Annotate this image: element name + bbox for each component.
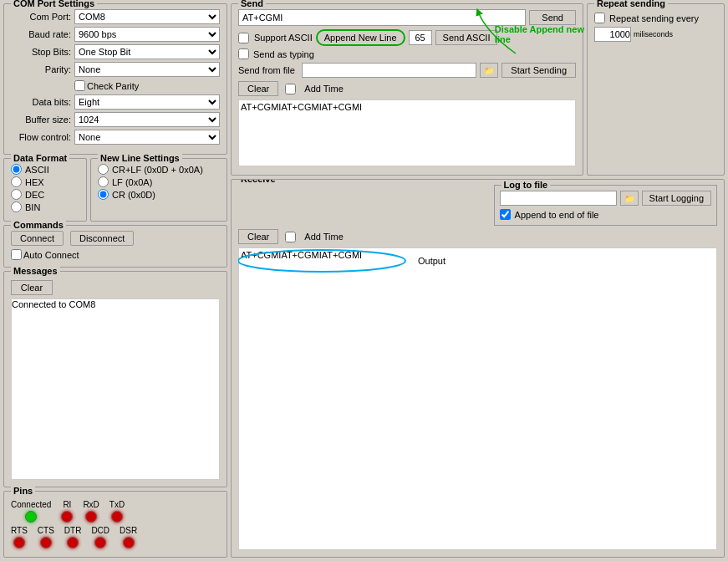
parity-select[interactable]: None	[74, 62, 220, 77]
receive-add-time-label: Add Time	[304, 232, 343, 242]
log-file-input[interactable]	[500, 191, 617, 206]
append-new-line-button[interactable]: Append New Line	[316, 29, 405, 46]
send-input[interactable]	[238, 9, 526, 26]
pin-txd-led	[111, 511, 123, 523]
send-file-input[interactable]	[302, 63, 476, 78]
pin-rts: RTS	[11, 526, 28, 548]
pin-cts: CTS	[38, 526, 54, 548]
send-title: Send	[238, 0, 266, 8]
send-add-time-label: Add Time	[304, 84, 343, 94]
data-format-group: Data Format ASCII HEX DEC BIN	[3, 158, 87, 222]
lf-radio[interactable]	[98, 176, 109, 187]
send-button[interactable]: Send	[529, 10, 576, 25]
newline-title: New Line Settings	[98, 153, 182, 163]
pin-dtr-led	[67, 537, 79, 548]
connect-button[interactable]: Connect	[11, 231, 64, 246]
pin-txd: TxD	[109, 500, 125, 523]
send-ascii-button[interactable]: Send ASCII	[435, 30, 498, 45]
com-port-label: Com Port:	[11, 12, 71, 22]
lf-label: LF (0x0A)	[112, 177, 152, 187]
data-bits-label: Data bits:	[11, 97, 71, 107]
newline-group: New Line Settings CR+LF (0x0D + 0x0A) LF…	[90, 158, 227, 222]
pin-dcd-led	[94, 537, 106, 548]
append-to-file-label: Append to end of file	[515, 210, 599, 220]
receive-textarea[interactable]: AT+CGMIAT+CGMIAT+CGMI	[238, 247, 717, 550]
buffer-size-select[interactable]: 1024	[74, 112, 220, 127]
buffer-size-label: Buffer size:	[11, 115, 71, 125]
pins-title: Pins	[11, 486, 35, 496]
crlf-label: CR+LF (0x0D + 0x0A)	[112, 165, 203, 175]
pin-rxd-led	[85, 511, 97, 523]
check-parity-label: Check Parity	[87, 81, 139, 91]
pin-cts-led	[40, 537, 52, 548]
messages-title: Messages	[11, 266, 60, 276]
hex-label: HEX	[25, 177, 44, 187]
log-file-browse-button[interactable]: 📁	[620, 191, 639, 206]
cr-label: CR (0x0D)	[112, 190, 155, 200]
size-input[interactable]	[409, 30, 432, 45]
messages-clear-button[interactable]: Clear	[11, 280, 53, 295]
dec-label: DEC	[25, 190, 44, 200]
auto-connect-label: Auto Connect	[23, 250, 79, 260]
stop-bits-select[interactable]: One Stop Bit	[74, 44, 220, 59]
support-ascii-checkbox[interactable]	[238, 33, 249, 43]
start-sending-button[interactable]: Start Sending	[501, 63, 576, 78]
ascii-radio[interactable]	[11, 164, 22, 175]
hex-radio[interactable]	[11, 176, 22, 187]
auto-connect-checkbox[interactable]	[11, 249, 22, 260]
support-ascii-label: Support ASCII	[254, 33, 313, 43]
repeat-sending-group: Repeat sending Repeat sending every mili…	[587, 3, 725, 176]
crlf-radio[interactable]	[98, 164, 109, 175]
send-add-time-checkbox[interactable]	[285, 84, 296, 94]
receive-title: Receive	[238, 179, 278, 184]
pin-dtr: DTR	[64, 526, 82, 548]
flow-control-select[interactable]: None	[74, 130, 220, 145]
parity-label: Parity:	[11, 64, 71, 74]
pin-ri-led	[61, 511, 73, 523]
flow-control-label: Flow control:	[11, 132, 71, 142]
disconnect-button[interactable]: Disconnect	[70, 231, 134, 246]
com-port-select[interactable]: COM8	[74, 9, 220, 24]
pin-dsr: DSR	[120, 526, 137, 548]
receive-add-time-checkbox[interactable]	[285, 232, 296, 242]
repeat-title: Repeat sending	[594, 0, 668, 8]
log-to-file-group: Log to file 📁 Start Logging Append to en…	[494, 185, 717, 226]
repeat-ms-input[interactable]	[594, 27, 631, 42]
bin-label: BIN	[25, 202, 40, 212]
repeat-checkbox[interactable]	[594, 13, 605, 23]
send-from-file-label: Send from file	[238, 65, 295, 75]
pin-connected-led	[25, 511, 37, 523]
repeat-label: Repeat sending every	[609, 13, 699, 23]
data-bits-select[interactable]: Eight	[74, 94, 220, 110]
send-as-typing-label: Send as typing	[253, 49, 314, 59]
append-to-file-checkbox[interactable]	[500, 209, 511, 220]
cr-radio[interactable]	[98, 189, 109, 200]
pin-ri: RI	[61, 500, 73, 523]
send-file-browse-button[interactable]: 📁	[480, 63, 498, 78]
send-group: Send Send Support ASCII Append New Line	[231, 3, 583, 176]
check-parity-checkbox[interactable]	[74, 80, 85, 91]
commands-group: Commands Connect Disconnect Auto Connect	[3, 225, 227, 268]
ascii-label: ASCII	[25, 165, 49, 175]
send-textarea[interactable]: AT+CGMIAT+CGMIAT+CGMI	[238, 99, 576, 166]
baud-rate-select[interactable]: 9600 bps	[74, 27, 220, 42]
pin-connected: Connected	[11, 500, 51, 523]
messages-group: Messages Clear Connected to COM8	[3, 271, 227, 487]
pin-dsr-led	[123, 537, 135, 548]
log-to-file-title: Log to file	[501, 180, 551, 190]
send-as-typing-checkbox[interactable]	[238, 48, 249, 59]
pin-rts-led	[13, 537, 25, 548]
pins-group: Pins Connected RI RxD TxD	[3, 491, 227, 558]
dec-radio[interactable]	[11, 189, 22, 200]
messages-textarea[interactable]: Connected to COM8	[11, 298, 220, 480]
commands-title: Commands	[11, 220, 66, 230]
send-clear-button[interactable]: Clear	[238, 81, 278, 96]
stop-bits-label: Stop Bits:	[11, 47, 71, 57]
com-port-settings: COM Port Settings Com Port: COM8 Baud ra…	[3, 3, 227, 155]
receive-clear-button[interactable]: Clear	[238, 229, 278, 244]
bin-radio[interactable]	[11, 201, 22, 212]
start-logging-button[interactable]: Start Logging	[642, 191, 711, 206]
pin-rxd: RxD	[83, 500, 99, 523]
baud-rate-label: Baud rate:	[11, 29, 71, 39]
com-port-title: COM Port Settings	[11, 0, 97, 8]
